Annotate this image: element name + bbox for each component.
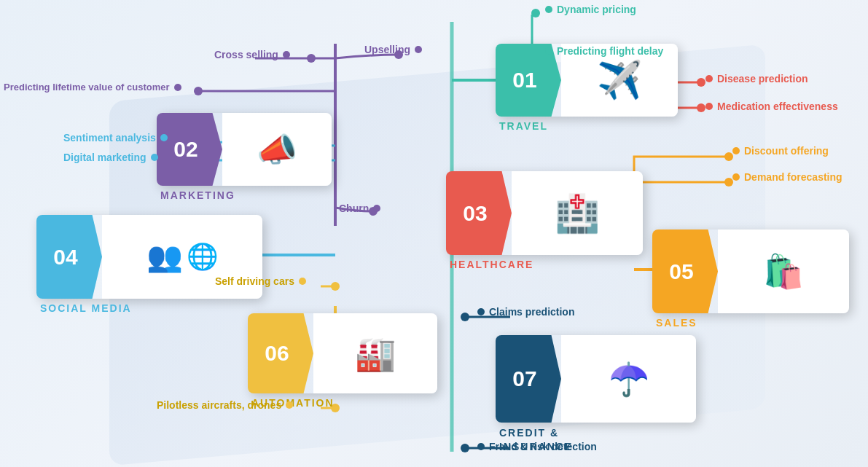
label-churn: Churn [339,203,380,214]
predicting-flight-text: Predicting flight delay [557,45,663,57]
dot-self-driving [299,278,306,285]
card-credit-insurance: 07 ☂️ CREDIT &INSURANCE [496,335,696,453]
social-media-icon: 👥 [146,240,183,274]
diagram-container: 01 ✈️ TRAVEL 02 📣 MARKETING 03 [0,0,868,467]
card-05-number: 05 [669,259,700,284]
dot-discount [732,147,740,154]
insurance-icon: ☂️ [609,360,649,399]
svg-point-2 [697,78,705,87]
dot-churn [373,205,380,212]
discount-text: Discount offering [744,145,829,157]
card-04-number: 04 [53,245,85,270]
card-social-label: SOCIAL MEDIA [40,302,132,314]
card-marketing-label: MARKETING [160,189,235,201]
dot-lifetime [174,84,181,91]
dot-cross-selling [283,51,290,58]
dot-upselling [415,46,422,53]
label-lifetime-value: Predicting lifetime value of customer [4,82,181,93]
card-healthcare: 03 🏥 HEALTHCARE [446,171,643,271]
card-social-media: 04 👥 🌐 SOCIAL MEDIA [36,215,262,315]
card-travel-label: TRAVEL [499,120,548,132]
dot-dynamic-pricing [545,6,552,13]
cross-selling-text: Cross selling [214,49,278,60]
svg-point-6 [307,54,316,63]
label-disease-prediction: Disease prediction [705,73,808,85]
dot-predicting-flight [545,47,552,55]
card-07-number: 07 [512,366,544,391]
label-self-driving: Self driving cars [215,275,306,287]
card-marketing: 02 📣 MARKETING [157,113,332,202]
card-02-number: 02 [173,137,205,162]
label-digital-marketing: Digital marketing [63,152,158,163]
sales-icon: 🛍️ [763,252,804,291]
marketing-icon: 📣 [257,130,297,169]
label-fraud: Fraud & risk detection [477,441,597,452]
label-predicting-flight: Predicting flight delay [545,45,663,57]
card-01-number: 01 [512,68,544,93]
dot-demand [732,173,740,181]
svg-point-8 [194,87,203,95]
svg-point-15 [461,444,469,452]
label-dynamic-pricing: Dynamic pricing [545,4,636,15]
label-demand-forecasting: Demand forecasting [732,171,842,183]
medication-text: Medication effectiveness [717,101,838,112]
card-06-number: 06 [265,341,296,366]
automation-icon: 🏭 [355,334,396,373]
label-claims: Claims prediction [477,306,574,318]
label-pilotless: Pilotless aircrafts, drones [157,399,293,411]
dot-fraud [477,443,485,450]
label-sentiment: Sentiment analysis [63,132,168,144]
dot-sentiment [160,134,168,141]
label-medication: Medication effectiveness [705,101,838,112]
upselling-text: Upselling [364,44,410,55]
label-discount: Discount offering [732,145,829,157]
dot-medication [705,103,713,110]
pilotless-text: Pilotless aircrafts, drones [157,399,281,411]
healthcare-icon: 🏥 [555,192,600,235]
svg-point-3 [697,103,705,112]
card-sales-label: SALES [656,317,697,329]
card-sales: 05 🛍️ SALES [652,229,849,329]
dot-claims [477,308,485,315]
card-03-number: 03 [463,201,494,226]
churn-text: Churn [339,203,369,214]
card-healthcare-label: HEALTHCARE [450,259,533,270]
digital-text: Digital marketing [63,152,146,163]
dot-disease [705,75,713,82]
label-upselling: Upselling [364,44,422,55]
svg-point-12 [331,282,340,291]
disease-prediction-text: Disease prediction [717,73,808,85]
demand-text: Demand forecasting [744,171,842,183]
dot-pilotless [286,401,293,409]
svg-point-0 [531,9,540,17]
dynamic-pricing-text: Dynamic pricing [557,4,636,15]
fraud-text: Fraud & risk detection [489,441,597,452]
label-cross-selling: Cross selling [214,49,290,60]
travel-icon: ✈️ [597,59,642,101]
card-automation: 06 🏭 AUTOMATION [248,313,437,409]
lifetime-text: Predicting lifetime value of customer [4,82,170,93]
self-driving-text: Self driving cars [215,275,294,287]
social-media-icon2: 🌐 [187,242,219,272]
svg-point-14 [461,313,469,321]
card-travel: 01 ✈️ TRAVEL [496,44,678,133]
dot-digital [151,154,158,161]
claims-text: Claims prediction [489,306,574,318]
sentiment-text: Sentiment analysis [63,132,156,144]
